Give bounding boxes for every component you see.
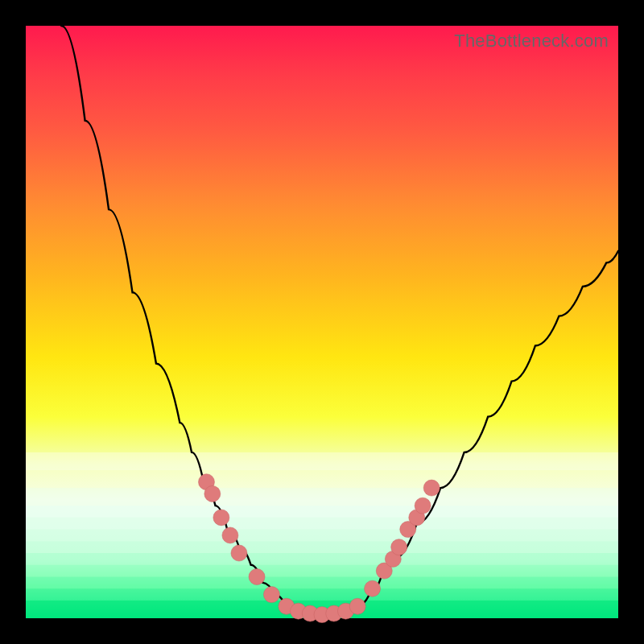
gradient-band xyxy=(26,470,618,488)
data-marker xyxy=(263,587,279,603)
gradient-band xyxy=(26,452,618,470)
gradient-band xyxy=(26,530,618,542)
data-marker xyxy=(365,580,381,597)
gradient-band xyxy=(26,565,618,577)
data-marker xyxy=(249,568,265,584)
gradient-band xyxy=(26,518,618,530)
gradient-band xyxy=(26,488,618,506)
data-marker xyxy=(213,510,229,526)
gradient-band xyxy=(26,541,618,553)
gradient-band xyxy=(26,506,618,518)
data-marker xyxy=(231,545,247,561)
data-marker xyxy=(204,485,221,502)
data-marker xyxy=(415,497,431,514)
data-marker xyxy=(222,527,238,543)
gradient-band xyxy=(26,588,618,601)
plot-area: TheBottleneck.com xyxy=(26,26,618,618)
chart-svg xyxy=(26,26,618,618)
chart-frame: TheBottleneck.com xyxy=(0,0,644,644)
data-marker xyxy=(423,480,440,496)
gradient-band xyxy=(26,553,618,565)
data-marker xyxy=(391,539,407,555)
gradient-band xyxy=(26,576,618,588)
data-marker xyxy=(349,598,365,614)
